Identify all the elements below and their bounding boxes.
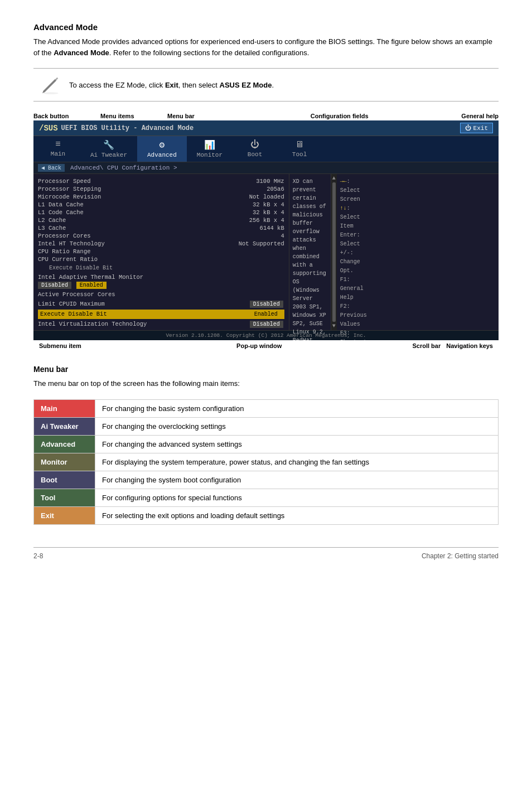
menu-table-row: AdvancedFor changing the advanced system… bbox=[34, 435, 499, 453]
cpu-row-current: CPU Current Ratio bbox=[38, 255, 284, 263]
menu-name-cell: Main bbox=[34, 399, 95, 417]
top-labels: Back button Menu items Menu bar Configur… bbox=[33, 113, 499, 119]
menu-name-cell: Tool bbox=[34, 489, 95, 506]
menu-name-cell: Boot bbox=[34, 471, 95, 489]
menubar-section: Menu bar The menu bar on top of the scre… bbox=[33, 365, 499, 525]
menu-table-row: ToolFor configuring options for special … bbox=[34, 489, 499, 506]
cpu-row-l1data: L1 Data Cache32 kB x 4 bbox=[38, 201, 284, 209]
breadcrumb-path: Advanced\ CPU Configuration > bbox=[70, 165, 177, 171]
footer-page-number: 2-8 bbox=[33, 552, 43, 560]
desc-part2: . Refer to the following sections for th… bbox=[109, 49, 309, 57]
label-popup-window: Pop-up window bbox=[106, 342, 412, 349]
help-paragraph: XD can prevent certain classes of malici… bbox=[293, 177, 327, 340]
execute-enabled-opt: Enabled bbox=[251, 311, 281, 318]
asus-logo: /SUS bbox=[39, 124, 58, 133]
cpu-row-stepping: Processor Stepping205a6 bbox=[38, 185, 284, 193]
menu-name-cell: Monitor bbox=[34, 453, 95, 471]
bios-menubar: ≡ Main 🔧 Ai Tweaker ⚙ Advanced 📊 Monitor… bbox=[33, 136, 499, 162]
menu-desc-cell: For changing the advanced system setting… bbox=[95, 435, 499, 453]
main-icon: ≡ bbox=[55, 139, 61, 149]
menubar-desc: The menu bar on top of the screen has th… bbox=[33, 378, 499, 389]
pencil-icon bbox=[40, 74, 61, 95]
aitweaker-icon: 🔧 bbox=[103, 139, 114, 151]
thermal-monitor-row: Intel Adaptive Thermal Monitor Disabled … bbox=[38, 274, 284, 289]
limit-cpuid-row: Limit CPUID Maximum Disabled bbox=[38, 300, 284, 308]
bios-menu-aitweaker[interactable]: 🔧 Ai Tweaker bbox=[80, 136, 137, 162]
active-processor-row: Active Processor Cores bbox=[38, 291, 284, 298]
boot-label: Boot bbox=[248, 151, 262, 158]
footer-chapter: Chapter 2: Getting started bbox=[422, 552, 499, 560]
bios-diagram: Back button Menu items Menu bar Configur… bbox=[33, 113, 499, 349]
menu-desc-cell: For configuring options for special func… bbox=[95, 489, 499, 506]
menu-desc-cell: For changing the overclocking settings bbox=[95, 417, 499, 435]
bios-exit-button[interactable]: ⏻ Exit bbox=[460, 123, 493, 133]
menu-desc-cell: For changing the system boot configurati… bbox=[95, 471, 499, 489]
label-general-help: General help bbox=[461, 113, 499, 119]
scroll-down-arrow: ▼ bbox=[332, 323, 336, 329]
bottom-labels: Submenu item Pop-up window Scroll bar Na… bbox=[33, 342, 499, 349]
bios-screen: /SUS UEFI BIOS Utility - Advanced Mode ⏻… bbox=[33, 120, 499, 340]
svg-point-0 bbox=[43, 92, 59, 94]
bios-menu-monitor[interactable]: 📊 Monitor bbox=[187, 136, 233, 162]
desc-bold: Advanced Mode bbox=[54, 49, 109, 57]
advanced-icon: ⚙ bbox=[159, 139, 165, 151]
menu-table-row: ExitFor selecting the exit options and l… bbox=[34, 506, 499, 524]
bios-left-panel: Processor Speed3100 MHz Processor Steppi… bbox=[33, 174, 289, 330]
tool-label: Tool bbox=[292, 151, 307, 158]
cpu-row-microcode: Microcode RevisionNot loaded bbox=[38, 193, 284, 201]
menu-table-row: Ai TweakerFor changing the overclocking … bbox=[34, 417, 499, 435]
note-text: To access the EZ Mode, click Exit, then … bbox=[69, 81, 274, 89]
label-nav-keys: Navigation keys bbox=[446, 342, 493, 349]
bios-menu-main[interactable]: ≡ Main bbox=[36, 136, 80, 162]
nav-keys-text: →←: Select Screen ↑↓: Select Item Enter:… bbox=[340, 177, 355, 340]
opt-disabled-thermal: Disabled bbox=[38, 282, 71, 289]
bios-scrollbar[interactable]: ▲ ▼ bbox=[331, 174, 337, 330]
execute-disable-row: Execute Disable Bit Enabled bbox=[38, 310, 284, 319]
exe-disable: Execute Disable Bit bbox=[38, 264, 284, 272]
menu-desc-cell: For displaying the system temperature, p… bbox=[95, 453, 499, 471]
bios-title: UEFI BIOS Utility - Advanced Mode bbox=[61, 124, 194, 132]
cpu-row-l3: L3 Cache6144 kB bbox=[38, 224, 284, 232]
main-label: Main bbox=[51, 151, 65, 157]
bios-content: Processor Speed3100 MHz Processor Steppi… bbox=[33, 174, 499, 330]
monitor-label: Monitor bbox=[197, 152, 223, 158]
bios-menu-tool[interactable]: 🖥 Tool bbox=[277, 136, 322, 162]
cpu-row-ratio-range: CPU Ratio Range bbox=[38, 248, 284, 255]
label-config-fields: Configuration fields bbox=[217, 113, 461, 119]
nav-keys-panel: →←: Select Screen ↑↓: Select Item Enter:… bbox=[337, 174, 359, 330]
bios-titlebar: /SUS UEFI BIOS Utility - Advanced Mode ⏻… bbox=[33, 120, 499, 136]
label-menu-bar: Menu bar bbox=[167, 113, 217, 119]
menu-table-row: MainFor changing the basic system config… bbox=[34, 399, 499, 417]
advanced-label: Advanced bbox=[147, 152, 177, 158]
opt-enabled-thermal: Enabled bbox=[76, 282, 107, 289]
boot-icon: ⏻ bbox=[250, 139, 259, 150]
bios-menu-boot[interactable]: ⏻ Boot bbox=[233, 136, 277, 162]
label-scroll-bar: Scroll bar bbox=[412, 342, 441, 349]
label-back-button: Back button bbox=[33, 113, 100, 119]
menu-name-cell: Advanced bbox=[34, 435, 95, 453]
note-box: To access the EZ Mode, click Exit, then … bbox=[33, 68, 499, 102]
aitweaker-label: Ai Tweaker bbox=[90, 152, 127, 158]
bios-breadcrumb: ◀ Back Advanced\ CPU Configuration > bbox=[33, 162, 499, 174]
bios-menu-advanced[interactable]: ⚙ Advanced bbox=[137, 136, 187, 162]
bios-help-text: XD can prevent certain classes of malici… bbox=[289, 174, 331, 330]
bios-back-button[interactable]: ◀ Back bbox=[38, 164, 65, 172]
section-desc: The Advanced Mode provides advanced opti… bbox=[33, 36, 499, 58]
bios-footer: Version 2.10.1208. Copyright (C) 2012 Am… bbox=[33, 330, 499, 340]
cpu-row-speed: Processor Speed3100 MHz bbox=[38, 177, 284, 185]
cpu-row-l2: L2 Cache256 kB x 4 bbox=[38, 216, 284, 224]
section-title: Advanced Mode bbox=[33, 22, 499, 32]
exit-icon: ⏻ bbox=[465, 124, 471, 132]
tool-icon: 🖥 bbox=[295, 139, 304, 150]
scroll-up-arrow: ▲ bbox=[332, 175, 336, 181]
page-footer: 2-8 Chapter 2: Getting started bbox=[33, 547, 499, 560]
scroll-thumb bbox=[332, 182, 336, 322]
virt-disabled-opt: Disabled bbox=[250, 321, 283, 328]
menu-table-row: BootFor changing the system boot configu… bbox=[34, 471, 499, 489]
monitor-icon: 📊 bbox=[204, 139, 215, 151]
menu-table-row: MonitorFor displaying the system tempera… bbox=[34, 453, 499, 471]
menu-desc-cell: For changing the basic system configurat… bbox=[95, 399, 499, 417]
label-menu-items: Menu items bbox=[100, 113, 167, 119]
limit-disabled-opt: Disabled bbox=[250, 301, 283, 308]
label-submenu-item: Submenu item bbox=[39, 342, 106, 349]
